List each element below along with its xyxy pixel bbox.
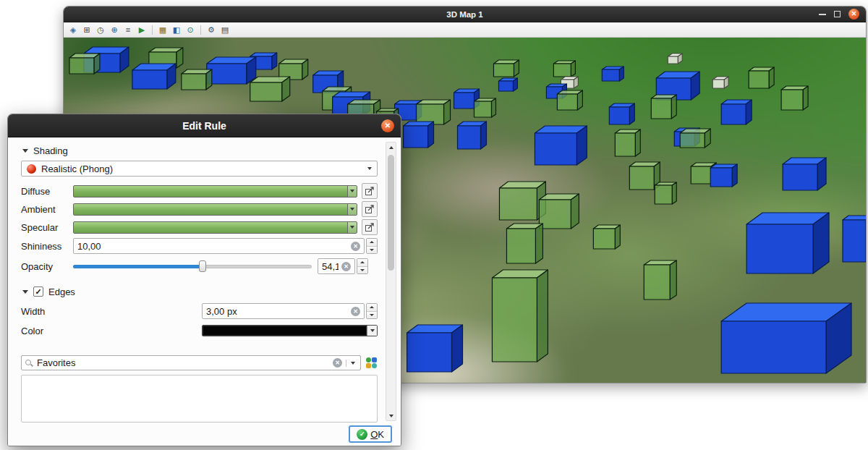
blue-building [721, 100, 752, 124]
green-building [474, 98, 495, 117]
globe-icon[interactable]: ⊙ [184, 24, 196, 35]
blue-building [609, 103, 634, 124]
color-ramp-preview [74, 186, 347, 197]
shading-section-header[interactable]: Shading [22, 143, 378, 158]
edit-rule-dialog: Edit Rule ✕ Shading Realistic (Phong) Di… [7, 114, 401, 446]
spin-up-icon[interactable] [367, 304, 377, 311]
collapse-icon[interactable] [22, 149, 28, 153]
export-scene-icon[interactable]: ◧ [171, 24, 182, 35]
slider-fill [73, 265, 203, 268]
spin-down-icon[interactable] [357, 266, 367, 274]
green-building [655, 182, 676, 204]
blue-building [132, 64, 176, 89]
map-window-titlebar[interactable]: 3D Map 1 ✕ [64, 7, 866, 22]
favorites-filter-input[interactable]: Favorites ✕ [21, 355, 361, 370]
collapse-icon[interactable] [22, 290, 28, 294]
green-building [651, 95, 676, 119]
edge-width-label: Width [21, 306, 202, 317]
opacity-input[interactable]: 54,1 ✕ [318, 258, 355, 274]
window-controls: ✕ [819, 7, 859, 22]
blue-building [498, 78, 517, 91]
chevron-down-icon[interactable] [346, 360, 357, 367]
clear-icon[interactable]: ✕ [341, 262, 351, 271]
play-animation-icon[interactable]: ▶ [136, 24, 148, 35]
close-icon[interactable]: ✕ [848, 9, 859, 20]
edge-color-label: Color [21, 326, 202, 336]
shininess-row: Shininess 10,00 ✕ [21, 238, 378, 254]
chevron-down-icon[interactable] [347, 204, 357, 215]
shininess-value: 10,00 [77, 241, 348, 252]
green-building [499, 182, 545, 220]
measure-icon[interactable]: ⚙ [205, 24, 217, 35]
blue-building [207, 57, 256, 84]
specular-color-ramp-button[interactable] [73, 221, 357, 234]
green-building [749, 67, 774, 88]
chevron-down-icon [367, 167, 372, 170]
blue-building [783, 158, 826, 190]
legend-icon[interactable]: ≡ [122, 24, 134, 35]
dialog-titlebar[interactable]: Edit Rule ✕ [8, 114, 401, 137]
blue-building [710, 164, 737, 187]
diffuse-color-ramp-button[interactable] [73, 185, 357, 198]
edge-width-spinner[interactable] [366, 303, 378, 319]
edges-checkbox[interactable]: ✓ [33, 286, 43, 297]
camera-control-icon[interactable]: ◈ [67, 24, 79, 35]
ambient-data-defined-override-button[interactable] [362, 201, 378, 217]
scene-config-icon[interactable]: ▤ [219, 24, 231, 35]
edge-color-button[interactable] [202, 325, 378, 336]
maximize-icon[interactable] [834, 11, 841, 17]
green-building [553, 61, 575, 77]
animation-clock-icon[interactable]: ◷ [95, 24, 106, 35]
shading-type-select[interactable]: Realistic (Phong) [21, 161, 378, 177]
spin-up-icon[interactable] [357, 259, 367, 266]
green-building [644, 260, 676, 300]
edges-section-header[interactable]: ✓ Edges [22, 284, 378, 299]
shading-type-value: Realistic (Phong) [41, 164, 362, 174]
spin-down-icon[interactable] [367, 311, 377, 319]
edge-width-row: Width 3,00 px ✕ [21, 303, 378, 319]
small-building [712, 77, 728, 88]
save-as-image-icon[interactable]: ▦ [157, 24, 169, 35]
clear-icon[interactable]: ✕ [351, 307, 360, 316]
style-manager-icon[interactable] [365, 357, 378, 369]
zoom-full-icon[interactable]: ⊕ [109, 24, 120, 35]
spin-down-icon[interactable] [367, 246, 377, 254]
scroll-down-icon[interactable] [386, 411, 396, 420]
green-building [493, 60, 519, 77]
chevron-down-icon[interactable] [347, 222, 357, 233]
blue-building [458, 122, 487, 149]
blue-building [843, 216, 866, 262]
scrollbar-track[interactable] [386, 152, 396, 411]
clear-icon[interactable]: ✕ [351, 242, 360, 251]
dialog-close-icon[interactable]: ✕ [381, 119, 394, 132]
ok-button[interactable]: ✓ OK [349, 425, 392, 443]
opacity-slider[interactable] [73, 259, 312, 273]
specular-data-defined-override-button[interactable] [362, 219, 378, 235]
shininess-spinner[interactable] [366, 238, 378, 254]
edge-color-row: Color [21, 323, 378, 338]
chevron-down-icon[interactable] [347, 186, 357, 197]
opacity-value: 54,1 [322, 261, 339, 272]
scrollbar-thumb[interactable] [388, 155, 394, 271]
minimize-icon[interactable] [819, 14, 826, 15]
specular-row: Specular [21, 220, 378, 234]
opacity-slider-handle[interactable] [199, 260, 206, 272]
edge-width-input[interactable]: 3,00 px ✕ [202, 303, 365, 319]
dialog-footer: ✓ OK [8, 423, 401, 446]
spin-up-icon[interactable] [367, 239, 377, 246]
shading-section-label: Shading [33, 145, 68, 156]
identify-icon[interactable]: ⊞ [81, 24, 93, 35]
favorites-symbol-list[interactable] [21, 375, 378, 423]
green-building [593, 225, 620, 249]
ambient-color-ramp-button[interactable] [73, 203, 357, 216]
diffuse-data-defined-override-button[interactable] [362, 183, 378, 199]
clear-icon[interactable]: ✕ [333, 358, 342, 368]
map-window-title: 3D Map 1 [64, 7, 866, 22]
dialog-scrollbar[interactable] [386, 142, 396, 421]
chevron-down-icon[interactable] [367, 326, 377, 336]
opacity-spinner[interactable] [357, 258, 368, 274]
opacity-row: Opacity 54,1 ✕ [21, 258, 378, 274]
edge-width-value: 3,00 px [206, 306, 348, 317]
scroll-up-icon[interactable] [386, 143, 396, 152]
shininess-input[interactable]: 10,00 ✕ [73, 238, 365, 254]
